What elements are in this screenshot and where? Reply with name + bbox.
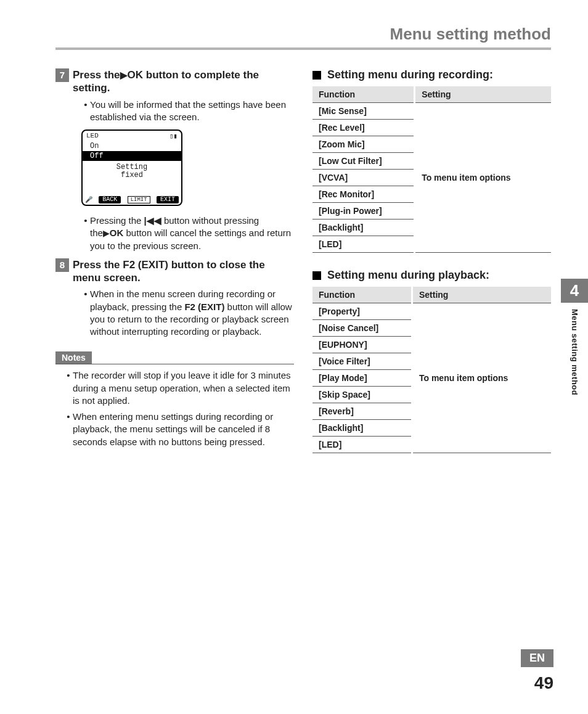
table-row: [LED] (312, 236, 415, 253)
rewind-icon: |◀◀ (144, 215, 161, 226)
recording-section-heading: Setting menu during recording: (312, 68, 551, 81)
table-row: [Skip Space] (312, 387, 412, 403)
page-number: 49 (521, 673, 553, 693)
header-rule (55, 47, 551, 50)
table-row: [Play Mode] (312, 370, 412, 387)
table-header-setting: Setting (415, 86, 551, 103)
screen-back-button: BACK (99, 196, 121, 203)
playback-table: Function Setting [Property]To menu item … (312, 287, 551, 453)
table-row: [Voice Filter] (312, 353, 412, 370)
step-number-7: 7 (55, 68, 69, 82)
battery-icon: ▯▮ (169, 132, 178, 140)
step-8-title: Press the F2 (EXIT) button to close the … (73, 258, 294, 285)
sidebar-tab: 4 Menu setting method (561, 279, 588, 401)
recording-table: Function Setting [Mic Sense]To menu item… (312, 86, 551, 253)
step-7-title: Press the▶OK button to complete the sett… (73, 68, 294, 95)
playback-section-heading: Setting menu during playback: (312, 269, 551, 282)
table-row: [Backlight] (312, 420, 412, 437)
table-row: [EUPHONY] (312, 337, 412, 353)
screen-message: Setting fixed (83, 161, 181, 179)
table-row: [Mic Sense] (312, 103, 415, 120)
screen-option-off: Off (83, 151, 181, 161)
setting-cell: To menu item options (415, 103, 551, 253)
step-7-body: •You will be informed that the settings … (81, 99, 294, 124)
footer: EN 49 (521, 649, 553, 693)
screen-title: LED (86, 132, 99, 140)
table-row: [VCVA] (312, 170, 415, 186)
screen-exit-button: EXIT (157, 196, 179, 203)
table-row: [Property] (312, 303, 412, 320)
step-7-heading: 7 Press the▶OK button to complete the se… (55, 68, 294, 95)
table-row: [Plug-in Power] (312, 203, 415, 220)
play-icon: ▶ (120, 70, 128, 80)
square-bullet-icon (312, 71, 321, 80)
mic-icon: 🎤 (85, 196, 92, 203)
screen-limit-label: LIMIT (128, 196, 150, 203)
language-badge: EN (521, 649, 553, 667)
step-7-bullet-1: You will be informed that the settings h… (90, 99, 294, 124)
page: Menu setting method 7 Press the▶OK butto… (0, 0, 588, 714)
page-title: Menu setting method (55, 25, 551, 47)
step-8-heading: 8 Press the F2 (EXIT) button to close th… (55, 258, 294, 285)
table-row: [Rec Level] (312, 120, 415, 136)
setting-cell: To menu item options (412, 303, 551, 453)
square-bullet-icon (312, 271, 321, 280)
screen-option-on: On (83, 141, 181, 151)
chapter-number: 4 (561, 279, 588, 303)
table-row: [Rec Monitor] (312, 186, 415, 203)
notes-label: Notes (55, 351, 92, 364)
chapter-label: Menu setting method (570, 303, 579, 401)
table-header-function: Function (312, 287, 412, 303)
step-8-bullet-1: When in the menu screen during recording… (90, 288, 294, 338)
device-screen: LED ▯▮ On Off Setting fixed 🎤 BACK LIMIT… (81, 129, 182, 206)
table-row: [Backlight] (312, 220, 415, 236)
table-row: [Noise Cancel] (312, 320, 412, 337)
step-number-8: 8 (55, 258, 69, 272)
step-8-body: • When in the menu screen during recordi… (81, 288, 294, 338)
table-row: [Reverb] (312, 403, 412, 420)
note-1: The recorder will stop if you leave it i… (73, 369, 294, 407)
note-2: When entering menu settings during recor… (73, 411, 294, 448)
step-7-body-after: • Pressing the |◀◀ button without pressi… (81, 215, 294, 252)
notes-section: Notes •The recorder will stop if you lea… (55, 344, 294, 448)
step-7-bullet-2: Pressing the |◀◀ button without pressing… (90, 215, 294, 252)
table-row: [LED] (312, 437, 412, 453)
content-columns: 7 Press the▶OK button to complete the se… (55, 68, 551, 469)
table-row: [Low Cut Filter] (312, 153, 415, 170)
left-column: 7 Press the▶OK button to complete the se… (55, 68, 294, 469)
table-header-function: Function (312, 86, 415, 103)
table-header-setting: Setting (412, 287, 551, 303)
table-row: [Zoom Mic] (312, 136, 415, 153)
play-icon: ▶ (103, 229, 110, 238)
right-column: Setting menu during recording: Function … (312, 68, 551, 469)
